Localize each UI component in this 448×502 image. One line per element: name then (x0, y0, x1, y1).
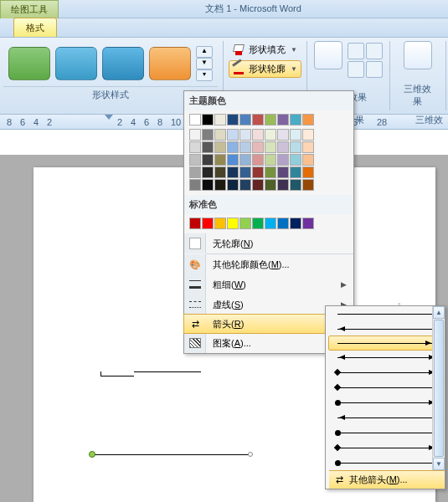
color-swatch[interactable] (277, 114, 289, 126)
color-swatch[interactable] (290, 179, 301, 191)
menu-weight[interactable]: 粗细(W) ▶ (184, 274, 353, 295)
color-swatch[interactable] (214, 141, 226, 153)
color-swatch[interactable] (252, 179, 264, 191)
color-swatch[interactable] (189, 141, 201, 153)
color-swatch[interactable] (265, 141, 276, 153)
color-swatch[interactable] (214, 166, 226, 178)
color-swatch[interactable] (277, 166, 289, 178)
color-swatch[interactable] (265, 129, 276, 141)
color-swatch[interactable] (202, 166, 214, 178)
color-swatch[interactable] (202, 218, 214, 229)
drawn-shape-line[interactable] (134, 371, 201, 372)
color-swatch[interactable] (214, 179, 226, 191)
color-swatch[interactable] (227, 179, 239, 191)
shadow-preset-button[interactable] (314, 41, 342, 69)
menu-no-outline[interactable]: 无轮廓(N) (184, 233, 353, 254)
shadow-nudge-down[interactable] (366, 61, 383, 78)
color-swatch[interactable] (277, 129, 289, 141)
color-swatch[interactable] (252, 218, 264, 229)
arrow-style-both[interactable] (329, 350, 445, 365)
shadow-nudge-up[interactable] (348, 43, 364, 59)
color-swatch[interactable] (189, 166, 201, 178)
arrow-style-dot-left[interactable] (329, 395, 445, 410)
style-swatch-3[interactable] (102, 47, 144, 80)
indent-marker[interactable] (105, 115, 113, 124)
color-swatch[interactable] (227, 141, 239, 153)
arrow-style-right[interactable] (328, 336, 442, 351)
shadow-nudge-right[interactable] (366, 43, 383, 59)
color-swatch[interactable] (290, 166, 301, 178)
color-swatch[interactable] (302, 129, 314, 141)
color-swatch[interactable] (277, 218, 289, 229)
menu-more-arrows[interactable]: ⇄ 其他箭头(M)... (329, 470, 445, 489)
color-swatch[interactable] (302, 218, 314, 229)
arrow-style-diamond-left[interactable] (329, 365, 445, 380)
color-swatch[interactable] (239, 114, 251, 126)
color-swatch[interactable] (202, 129, 214, 141)
color-swatch[interactable] (302, 141, 314, 153)
color-swatch[interactable] (290, 129, 301, 141)
color-swatch[interactable] (239, 141, 251, 153)
color-swatch[interactable] (252, 154, 264, 166)
color-swatch[interactable] (202, 179, 214, 191)
scroll-down-button[interactable]: ▼ (433, 458, 445, 470)
style-swatch-2[interactable] (55, 47, 97, 80)
color-swatch[interactable] (227, 114, 239, 126)
color-swatch[interactable] (227, 218, 239, 229)
color-swatch[interactable] (290, 114, 301, 126)
color-swatch[interactable] (202, 141, 214, 153)
drawn-shape-corner[interactable] (100, 371, 134, 376)
style-swatch-1[interactable] (8, 47, 50, 80)
color-swatch[interactable] (214, 114, 226, 126)
color-swatch[interactable] (202, 154, 214, 166)
color-swatch[interactable] (265, 218, 276, 229)
color-swatch[interactable] (252, 114, 264, 126)
color-swatch[interactable] (214, 129, 226, 141)
arrow-style-dot-both[interactable] (329, 425, 445, 440)
color-swatch[interactable] (290, 218, 301, 229)
line-start-handle[interactable] (89, 451, 95, 458)
color-swatch[interactable] (189, 114, 201, 126)
menu-more-colors[interactable]: 🎨 其他轮廓颜色(M)... (184, 254, 353, 274)
color-swatch[interactable] (239, 166, 251, 178)
gallery-more[interactable]: ▾ (196, 69, 213, 81)
scroll-up-button[interactable]: ▲ (433, 306, 445, 319)
selected-line-shape[interactable] (92, 454, 251, 455)
tab-format[interactable]: 格式 (13, 18, 57, 37)
color-swatch[interactable] (277, 154, 289, 166)
color-swatch[interactable] (265, 114, 276, 126)
color-swatch[interactable] (202, 114, 214, 126)
flyout-scrollbar[interactable]: ▲ ▼ (432, 306, 445, 470)
color-swatch[interactable] (239, 218, 251, 229)
color-swatch[interactable] (239, 179, 251, 191)
shape-fill-button[interactable]: 形状填充 ▼ (229, 41, 301, 59)
color-swatch[interactable] (302, 154, 314, 166)
color-swatch[interactable] (302, 179, 314, 191)
color-swatch[interactable] (290, 154, 301, 166)
color-swatch[interactable] (252, 166, 264, 178)
color-swatch[interactable] (227, 166, 239, 178)
color-swatch[interactable] (265, 154, 276, 166)
color-swatch[interactable] (189, 218, 201, 229)
color-swatch[interactable] (189, 179, 201, 191)
color-swatch[interactable] (239, 129, 251, 141)
color-swatch[interactable] (265, 166, 276, 178)
color-swatch[interactable] (227, 129, 239, 141)
color-swatch[interactable] (239, 154, 251, 166)
color-swatch[interactable] (252, 141, 264, 153)
arrow-style-diamond-both[interactable] (329, 380, 445, 395)
color-swatch[interactable] (302, 114, 314, 126)
color-swatch[interactable] (252, 129, 264, 141)
shape-outline-button[interactable]: 形状轮廓 ▼ (229, 60, 301, 78)
color-swatch[interactable] (189, 129, 201, 141)
gallery-scroll-up[interactable]: ▲ (196, 46, 213, 58)
color-swatch[interactable] (189, 154, 201, 166)
color-swatch[interactable] (227, 154, 239, 166)
color-swatch[interactable] (277, 141, 289, 153)
arrow-style-diamond-arrow[interactable] (329, 440, 445, 455)
style-swatch-4[interactable] (149, 47, 191, 80)
arrow-style-none[interactable] (329, 306, 445, 321)
color-swatch[interactable] (214, 218, 226, 229)
arrow-style-left[interactable] (329, 321, 445, 336)
color-swatch[interactable] (265, 179, 276, 191)
